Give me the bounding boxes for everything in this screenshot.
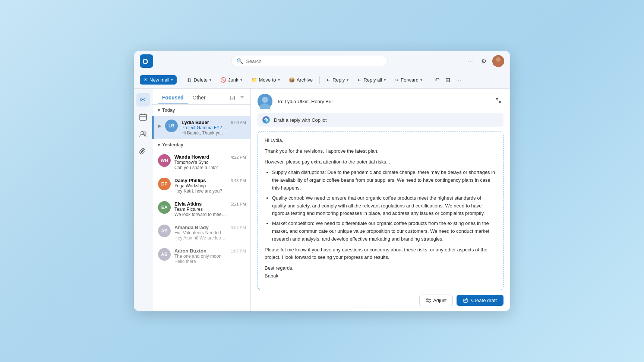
- layout-button[interactable]: ⊞: [443, 75, 452, 85]
- email-item-amanda-brady[interactable]: AB Amanda Brady Fw: Volunteers Needed He…: [152, 221, 250, 244]
- avatar-amanda: AB: [158, 225, 171, 237]
- create-draft-icon: [463, 298, 468, 303]
- avatar-aaron: AB: [158, 248, 171, 261]
- sidebar-item-attachments[interactable]: [136, 145, 150, 158]
- svg-point-3: [496, 57, 501, 62]
- draft-para2: However, please pay extra attention to t…: [265, 158, 496, 166]
- copilot-icon: [262, 116, 270, 124]
- junk-button[interactable]: 🚫 Junk ▾: [217, 75, 246, 85]
- settings-button[interactable]: ⚙: [479, 56, 489, 66]
- reply-button[interactable]: ↩ Reply ▾: [323, 75, 352, 85]
- more-options-button[interactable]: ···: [466, 56, 475, 66]
- app-logo: O: [140, 54, 153, 68]
- svg-point-16: [426, 299, 428, 300]
- copilot-text: Draft a reply with Copilot: [274, 117, 327, 123]
- email-item-wanda-howard[interactable]: WH Wanda Howard Tomorrow's Sync Can you …: [152, 150, 250, 174]
- avatar-elvia: EA: [158, 201, 171, 214]
- mark-all-read-button[interactable]: ☑: [228, 94, 237, 102]
- svg-text:O: O: [142, 57, 148, 66]
- yesterday-collapse-icon[interactable]: ▾: [158, 142, 160, 147]
- avatar-lydia: LB: [165, 120, 178, 132]
- avatar-wanda: WH: [158, 154, 171, 167]
- expand-reading-pane-button[interactable]: [493, 96, 503, 107]
- tab-actions: ☑ ≡: [228, 94, 245, 102]
- reply-all-chevron-icon: ▾: [384, 78, 386, 82]
- email-list-panel: Focused Other ☑ ≡ ▾ Today ▶ LB L: [152, 89, 251, 311]
- new-mail-chevron-icon: ▾: [171, 78, 173, 82]
- move-icon: 📁: [251, 77, 257, 83]
- main-content: ✉: [134, 89, 510, 311]
- copilot-banner[interactable]: Draft a reply with Copilot: [258, 113, 503, 127]
- junk-chevron-icon: ▾: [240, 78, 242, 82]
- move-to-chevron-icon: ▾: [278, 78, 280, 82]
- delete-button[interactable]: 🗑 Delete ▾: [183, 75, 215, 85]
- expand-arrow-icon: ▶: [158, 123, 161, 128]
- reading-pane-to: To: Lydia Utkin, Henry Brill: [277, 99, 334, 104]
- today-group-header: ▾ Today: [152, 105, 250, 116]
- email-info-amanda: Amanda Brady Fw: Volunteers Needed Hey A…: [174, 225, 227, 241]
- email-info-daisy: Daisy Phillips Yoga Workshop Hey Katri, …: [174, 178, 227, 194]
- today-collapse-icon[interactable]: ▾: [158, 108, 160, 113]
- reading-pane: To: Lydia Utkin, Henry Brill: [251, 89, 510, 311]
- draft-bullet-2: Quality control: We need to ensure that …: [272, 194, 496, 217]
- email-item-lydia-bauer[interactable]: ▶ LB Lydia Bauer Project Gamma FY23 Plan…: [152, 116, 250, 139]
- sidebar-item-mail[interactable]: ✉: [136, 93, 150, 107]
- search-input[interactable]: [246, 58, 382, 64]
- svg-point-10: [144, 132, 146, 134]
- new-mail-icon: ✉: [143, 77, 148, 83]
- toolbar-separator-1: [180, 76, 180, 84]
- sidebar-item-people[interactable]: [136, 127, 150, 141]
- forward-button[interactable]: ↪ Forward ▾: [391, 75, 426, 85]
- draft-reply[interactable]: Hi Lydia, Thank you for the revisions, I…: [258, 131, 503, 290]
- sidebar-icons: ✉: [134, 89, 152, 311]
- focused-tabs: Focused Other ☑ ≡: [152, 89, 250, 105]
- avatar-daisy: DP: [158, 178, 171, 190]
- draft-greeting: Hi Lydia,: [265, 137, 496, 145]
- svg-rect-5: [140, 114, 146, 120]
- forward-chevron-icon: ▾: [420, 78, 422, 82]
- toolbar-more-button[interactable]: ···: [454, 75, 463, 85]
- adjust-button[interactable]: Adjust: [419, 295, 453, 306]
- email-item-elvia-atkins[interactable]: EA Elvia Atkins Team Pictures We look fo…: [152, 197, 250, 221]
- app-window: O 🔍 ··· ⚙ ✉ New mail: [134, 51, 510, 311]
- reply-icon: ↩: [326, 77, 331, 83]
- tab-focused[interactable]: Focused: [158, 92, 188, 104]
- top-bar-right: ··· ⚙: [466, 55, 504, 67]
- sidebar-item-calendar[interactable]: [136, 110, 150, 124]
- tab-other[interactable]: Other: [188, 92, 210, 104]
- search-bar[interactable]: 🔍: [231, 56, 388, 66]
- undo-button[interactable]: ↶: [432, 75, 442, 85]
- forward-icon: ↪: [395, 77, 399, 83]
- junk-icon: 🚫: [220, 77, 226, 83]
- email-info-aaron: Aaron Buxton The one and only moon Hello…: [174, 248, 227, 264]
- draft-bullets: Supply chain disruptions: Due to the pan…: [265, 169, 496, 243]
- new-mail-button[interactable]: ✉ New mail ▾: [140, 75, 177, 85]
- create-draft-button[interactable]: Create draft: [457, 295, 503, 306]
- avatar[interactable]: [492, 55, 504, 67]
- email-info-elvia: Elvia Atkins Team Pictures We look forwa…: [174, 201, 227, 217]
- email-item-aaron-buxton[interactable]: AB Aaron Buxton The one and only moon He…: [152, 244, 250, 268]
- delete-icon: 🗑: [187, 77, 192, 83]
- reply-chevron-icon: ▾: [347, 78, 348, 82]
- archive-icon: 📦: [289, 77, 295, 83]
- move-to-button[interactable]: 📁 Move to ▾: [247, 75, 284, 85]
- reply-all-button[interactable]: ↩ Reply all ▾: [354, 75, 389, 85]
- email-info-wanda: Wanda Howard Tomorrow's Sync Can you sha…: [174, 154, 227, 170]
- email-info-lydia: Lydia Bauer Project Gamma FY23 Planni Hi…: [181, 120, 227, 136]
- draft-bullet-3: Market competition: We need to different…: [272, 220, 496, 243]
- delete-chevron-icon: ▾: [209, 78, 211, 82]
- search-icon: 🔍: [237, 58, 243, 64]
- archive-button[interactable]: 📦 Archive: [285, 75, 316, 85]
- draft-closing-para: Please let me know if you have any quest…: [265, 246, 496, 262]
- email-item-daisy-phillips[interactable]: DP Daisy Phillips Yoga Workshop Hey Katr…: [152, 174, 250, 197]
- draft-para1: Thank you for the revisions, I approve t…: [265, 147, 496, 155]
- email-list: ▾ Today ▶ LB Lydia Bauer Project Gamma F…: [152, 105, 250, 311]
- toolbar-separator-3: [429, 76, 429, 84]
- svg-point-15: [265, 119, 267, 121]
- adjust-icon: [426, 298, 431, 303]
- reading-pane-footer: Adjust Create draft: [258, 295, 503, 306]
- reply-all-icon: ↩: [357, 77, 362, 83]
- draft-sign-off: Best regards, Babak: [265, 264, 496, 280]
- reading-pane-header: To: Lydia Utkin, Henry Brill: [258, 94, 503, 109]
- filter-button[interactable]: ≡: [239, 94, 245, 102]
